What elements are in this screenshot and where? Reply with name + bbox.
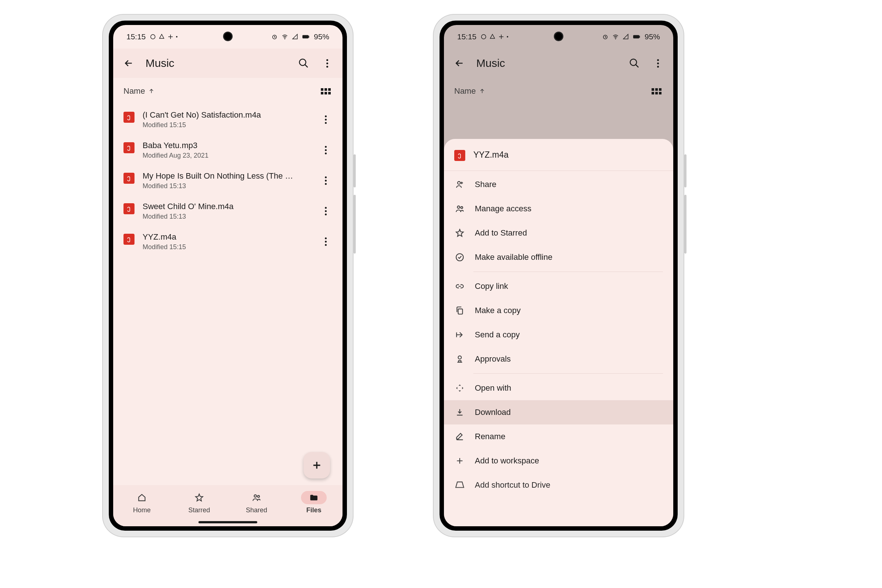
file-row-menu-button[interactable]	[319, 144, 332, 157]
back-button[interactable]	[122, 57, 135, 70]
file-name: Sweet Child O' Mine.m4a	[142, 202, 311, 212]
file-list: (I Can't Get No) Satisfaction.m4a Modifi…	[113, 104, 342, 257]
view-toggle-button[interactable]	[319, 84, 332, 98]
back-button[interactable]	[453, 57, 466, 70]
svg-point-17	[456, 254, 464, 261]
sheet-open-with[interactable]: Open with	[444, 376, 673, 400]
nav-label: Files	[306, 506, 321, 514]
sort-arrow-up-icon	[479, 88, 486, 94]
alarm-icon	[271, 33, 278, 40]
file-row-menu-button[interactable]	[319, 113, 332, 126]
signal-icon	[622, 33, 629, 40]
audio-file-icon	[123, 234, 135, 245]
sort-label-text: Name	[454, 86, 476, 96]
file-row[interactable]: Sweet Child O' Mine.m4a Modified 15:13	[123, 196, 332, 226]
svg-point-14	[458, 182, 460, 184]
nav-shared[interactable]: Shared	[228, 485, 285, 520]
svg-rect-18	[458, 309, 463, 314]
sheet-title: YYZ.m4a	[473, 150, 508, 160]
front-camera	[554, 32, 563, 41]
battery-percent: 95%	[314, 32, 329, 41]
nav-label: Starred	[188, 506, 210, 514]
sheet-approvals[interactable]: Approvals	[444, 347, 673, 371]
nav-label: Shared	[246, 506, 267, 514]
svg-point-13	[630, 59, 637, 66]
sheet-divider	[473, 374, 663, 374]
svg-rect-4	[308, 36, 309, 38]
app-bar: Music	[113, 48, 342, 78]
file-row-menu-button[interactable]	[319, 205, 332, 218]
svg-point-19	[458, 356, 462, 359]
sort-arrow-up-icon	[148, 88, 155, 94]
home-icon	[137, 493, 147, 502]
sheet-add-workspace[interactable]: Add to workspace	[444, 449, 673, 473]
grid-view-icon	[652, 88, 662, 94]
search-button[interactable]	[297, 57, 310, 70]
screen-right: 15:15 • 95%	[444, 25, 673, 526]
rename-icon	[454, 431, 465, 442]
more-button[interactable]	[651, 57, 664, 70]
file-name: Baba Yetu.mp3	[142, 141, 311, 150]
plus-icon	[454, 455, 465, 466]
page-title: Music	[146, 57, 286, 69]
sort-row: Name	[113, 78, 342, 104]
audio-file-icon	[454, 150, 465, 161]
sort-button[interactable]: Name	[454, 86, 486, 96]
phone-left: 15:15 • 95%	[103, 15, 353, 537]
person-add-icon	[454, 179, 465, 190]
app-bar: Music	[444, 48, 673, 78]
more-button[interactable]	[321, 57, 334, 70]
context-sheet: YYZ.m4a Share Manage access Add to Starr…	[444, 139, 673, 526]
svg-point-8	[482, 34, 486, 39]
sheet-manage-access[interactable]: Manage access	[444, 196, 673, 221]
sheet-copy-link[interactable]: Copy link	[444, 274, 673, 298]
approvals-icon	[454, 354, 465, 364]
sheet-send-copy[interactable]: Send a copy	[444, 322, 673, 347]
nav-starred[interactable]: Starred	[171, 485, 228, 520]
file-name: YYZ.m4a	[142, 232, 311, 242]
file-row[interactable]: YYZ.m4a Modified 15:15	[123, 226, 332, 257]
wifi-icon	[282, 33, 288, 40]
file-name: My Hope Is Built On Nothing Less (The …	[142, 171, 311, 181]
sheet-add-starred[interactable]: Add to Starred	[444, 221, 673, 245]
search-button[interactable]	[628, 57, 641, 70]
status-time: 15:15	[457, 32, 477, 41]
sort-row: Name	[444, 78, 673, 104]
screen-left: 15:15 • 95%	[113, 25, 342, 526]
file-row-menu-button[interactable]	[319, 235, 332, 248]
fab-new-button[interactable]	[303, 452, 330, 478]
file-row-menu-button[interactable]	[319, 174, 332, 188]
download-icon	[454, 407, 465, 418]
svg-rect-12	[639, 36, 640, 38]
signal-icon	[292, 33, 298, 40]
sort-label-text: Name	[123, 86, 145, 96]
file-name: (I Can't Get No) Satisfaction.m4a	[142, 110, 311, 120]
sheet-make-copy[interactable]: Make a copy	[444, 298, 673, 322]
status-time: 15:15	[126, 32, 146, 41]
nav-label: Home	[133, 506, 151, 514]
svg-rect-3	[303, 35, 309, 38]
audio-file-icon	[123, 203, 135, 214]
status-left-icons: •	[480, 33, 508, 40]
svg-point-6	[254, 495, 257, 497]
sheet-add-shortcut[interactable]: Add shortcut to Drive	[444, 473, 673, 497]
sort-button[interactable]: Name	[123, 86, 155, 96]
nav-home[interactable]: Home	[113, 485, 171, 520]
file-meta: Modified Aug 23, 2021	[142, 152, 311, 159]
send-icon	[454, 329, 465, 340]
file-row[interactable]: Baba Yetu.mp3 Modified Aug 23, 2021	[123, 135, 332, 165]
sheet-rename[interactable]: Rename	[444, 424, 673, 449]
people-icon	[252, 493, 261, 502]
sheet-offline[interactable]: Make available offline	[444, 245, 673, 269]
file-row[interactable]: (I Can't Get No) Satisfaction.m4a Modifi…	[123, 104, 332, 135]
sheet-header: YYZ.m4a	[444, 139, 673, 171]
view-toggle-button[interactable]	[650, 84, 663, 98]
power-button	[354, 195, 356, 254]
nav-files[interactable]: Files	[285, 485, 342, 520]
plus-icon	[311, 459, 322, 471]
sheet-download[interactable]: Download	[444, 400, 673, 424]
file-row[interactable]: My Hope Is Built On Nothing Less (The … …	[123, 165, 332, 196]
wifi-icon	[612, 33, 619, 40]
sheet-share[interactable]: Share	[444, 172, 673, 196]
star-icon	[194, 493, 204, 502]
